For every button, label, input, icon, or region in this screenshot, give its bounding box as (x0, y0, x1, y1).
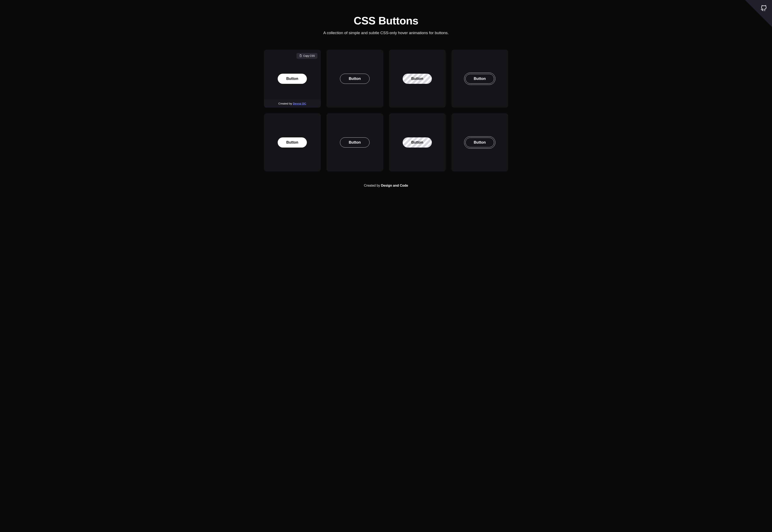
github-link[interactable] (761, 5, 767, 12)
demo-button-label: Button (411, 140, 423, 144)
copy-css-button[interactable]: Copy CSS (297, 53, 317, 59)
button-card: Button (451, 50, 508, 108)
demo-button-double-outline[interactable]: Button (465, 138, 494, 147)
button-card: Button (389, 113, 446, 171)
svg-rect-0 (300, 55, 301, 57)
demo-button-outlined[interactable]: Button (340, 137, 370, 148)
page-header: CSS Buttons A collection of simple and s… (264, 14, 508, 35)
clipboard-icon (299, 54, 302, 57)
button-card: Button (264, 113, 321, 171)
created-by-prefix: Created by (278, 102, 293, 105)
demo-button-double-outline[interactable]: Button (465, 74, 494, 84)
card-footer: Created by Devraj DC (264, 100, 321, 108)
button-card: Button (327, 113, 383, 171)
footer-prefix: Created by (364, 184, 381, 187)
button-card: Copy CSS Button Created by Devraj DC (264, 50, 321, 108)
demo-button-striped[interactable]: Button (403, 137, 432, 148)
github-corner-triangle (745, 0, 772, 27)
author-link[interactable]: Devraj DC (293, 102, 306, 105)
demo-button-striped[interactable]: Button (403, 74, 432, 84)
copy-css-label: Copy CSS (303, 54, 315, 57)
double-outline-wrap: Button (464, 136, 496, 149)
page-subtitle: A collection of simple and subtle CSS-on… (264, 31, 508, 35)
page-footer: Created by Design and Code (264, 182, 508, 194)
github-icon (761, 5, 767, 11)
button-grid: Copy CSS Button Created by Devraj DC But… (264, 50, 508, 171)
demo-button-filled[interactable]: Button (278, 74, 307, 84)
button-card: Button (389, 50, 446, 108)
button-card: Button (451, 113, 508, 171)
page-title: CSS Buttons (264, 14, 508, 27)
demo-button-outlined[interactable]: Button (340, 74, 370, 84)
footer-author: Design and Code (381, 184, 408, 187)
double-outline-wrap: Button (464, 73, 496, 85)
demo-button-label: Button (411, 77, 423, 81)
demo-button-filled[interactable]: Button (278, 137, 307, 148)
button-card: Button (327, 50, 383, 108)
